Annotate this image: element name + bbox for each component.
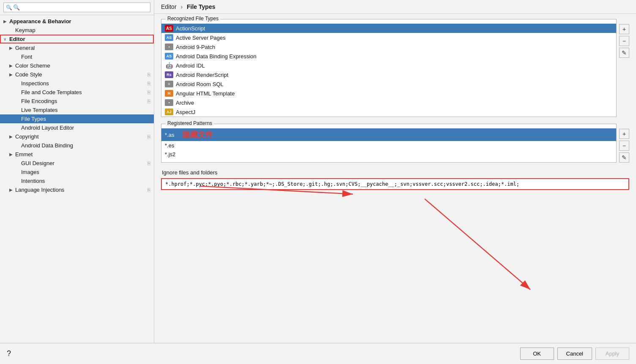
file-type-icon: ▪ [165, 43, 173, 50]
file-type-label: Android IDL [176, 62, 205, 69]
file-type-icon: ▪ [165, 99, 173, 106]
patterns-actions: + − ✎ [619, 124, 629, 163]
list-item[interactable]: AS Android Data Binding Expression [161, 52, 616, 61]
pattern-item[interactable]: *.es [161, 141, 616, 150]
expand-arrow: ▶ [9, 63, 15, 68]
copy-icon: ⎘ [147, 160, 150, 166]
breadcrumb-current: File Types [187, 3, 215, 10]
sidebar-item-inspections[interactable]: Inspections ⎘ [0, 79, 154, 88]
list-item[interactable]: ▪ Android 9-Patch [161, 42, 616, 52]
pattern-label: *.es [165, 142, 174, 149]
registered-row: Registered Patterns *.as 隐藏文件 *.es [161, 124, 629, 163]
file-type-label: Active Server Pages [176, 35, 226, 41]
file-type-icon: AJ [165, 109, 173, 115]
ignore-label: Ignore files and folders [161, 169, 629, 176]
recognized-actions: + − ✎ [619, 19, 629, 117]
list-item[interactable]: AJ AspectJ [161, 107, 616, 117]
expand-arrow: ▶ [9, 72, 15, 77]
sidebar-tree: ▶ Appearance & Behavior Keymap ∨ Editor … [0, 15, 154, 343]
sidebar-item-label: Images [21, 169, 150, 175]
pattern-label: *.as [165, 132, 174, 138]
dialog-footer: ? OK Cancel Apply [0, 343, 636, 364]
file-type-icon: AS [165, 34, 173, 41]
sidebar-item-label: File Types [21, 116, 150, 122]
ok-button[interactable]: OK [520, 348, 554, 360]
add-file-type-button[interactable]: + [619, 24, 629, 34]
main-content: Editor › File Types Recognized File Type… [154, 0, 636, 343]
file-type-icon: AS [165, 25, 173, 32]
sidebar-item-android-layout-editor[interactable]: Android Layout Editor [0, 123, 154, 132]
list-item[interactable]: AS Active Server Pages [161, 33, 616, 42]
file-type-label: ActionScript [176, 25, 205, 32]
sidebar-item-appearance[interactable]: ▶ Appearance & Behavior [0, 17, 154, 26]
file-type-label: Archive [176, 100, 194, 106]
sidebar-item-label: Emmet [15, 151, 150, 158]
file-type-icon: Rs [165, 71, 173, 78]
sidebar-item-copyright[interactable]: ▶ Copyright ⎘ [0, 132, 154, 141]
sidebar-item-label: Code Style [15, 71, 147, 78]
list-item[interactable]: ≡ Android Room SQL [161, 79, 616, 89]
patterns-list[interactable]: *.as 隐藏文件 *.es *.js2 [161, 128, 616, 159]
breadcrumb: Editor › File Types [154, 0, 636, 14]
sidebar-item-code-style[interactable]: ▶ Code Style ⎘ [0, 70, 154, 79]
list-item[interactable]: H Angular HTML Template [161, 89, 616, 98]
recognized-section-title: Recognized File Types [166, 16, 220, 22]
sidebar-item-general[interactable]: ▶ General [0, 43, 154, 52]
sidebar-item-gui-designer[interactable]: GUI Designer ⎘ [0, 159, 154, 168]
sidebar-item-label: Copyright [15, 133, 147, 140]
expand-arrow: ▶ [3, 19, 9, 24]
copy-icon: ⎘ [147, 90, 150, 95]
sidebar-item-label: File Encodings [21, 98, 147, 104]
file-type-icon: 🤖 [165, 62, 173, 69]
help-button[interactable]: ? [7, 349, 11, 358]
pattern-label: *.js2 [165, 151, 175, 158]
file-type-label: Android 9-Patch [176, 44, 215, 50]
add-pattern-button[interactable]: + [619, 129, 629, 139]
pattern-item[interactable]: *.as 隐藏文件 [161, 128, 616, 141]
file-type-icon: H [165, 90, 173, 97]
recognized-file-types-section: Recognized File Types AS ActionScript AS [161, 19, 617, 117]
list-item[interactable]: Rs Android RenderScript [161, 70, 616, 79]
registered-patterns-section: Registered Patterns *.as 隐藏文件 *.es [161, 124, 617, 163]
expand-arrow: ▶ [9, 134, 15, 139]
file-types-list[interactable]: AS ActionScript AS Active Server Pages ▪ [161, 24, 616, 117]
edit-pattern-button[interactable]: ✎ [619, 152, 629, 163]
recognized-section-wrapper: Recognized File Types AS ActionScript AS [161, 19, 629, 117]
sidebar-item-editor[interactable]: ∨ Editor [0, 35, 154, 43]
copy-icon: ⎘ [147, 98, 150, 104]
remove-file-type-button[interactable]: − [619, 36, 629, 46]
sidebar-item-intentions[interactable]: Intentions [0, 177, 154, 185]
search-bar: 🔍 [0, 0, 154, 15]
sidebar-item-file-encodings[interactable]: File Encodings ⎘ [0, 97, 154, 106]
sidebar-item-keymap[interactable]: Keymap [0, 26, 154, 35]
list-item[interactable]: AS ActionScript [161, 24, 616, 33]
sidebar-item-label: Live Templates [21, 107, 150, 113]
sidebar-item-file-and-code-templates[interactable]: File and Code Templates ⎘ [0, 88, 154, 97]
sidebar-item-font[interactable]: Font [0, 52, 154, 61]
sidebar-item-file-types[interactable]: File Types [0, 114, 154, 123]
sidebar-item-label: Inspections [21, 80, 147, 87]
file-type-label: Android Data Binding Expression [176, 53, 257, 60]
remove-pattern-button[interactable]: − [619, 141, 629, 151]
sidebar-item-live-templates[interactable]: Live Templates [0, 106, 154, 114]
list-item[interactable]: 🤖 Android IDL [161, 61, 616, 70]
file-type-label: Android RenderScript [176, 72, 228, 78]
list-item[interactable]: ▪ Archive [161, 98, 616, 107]
sidebar-item-images[interactable]: Images [0, 168, 154, 177]
sidebar-item-emmet[interactable]: ▶ Emmet [0, 150, 154, 159]
sidebar-item-color-scheme[interactable]: ▶ Color Scheme [0, 61, 154, 70]
search-icon: 🔍 [6, 5, 12, 11]
edit-file-type-button[interactable]: ✎ [619, 48, 629, 58]
ignore-input[interactable] [161, 178, 629, 190]
sidebar-item-language-injections[interactable]: ▶ Language Injections ⎘ [0, 185, 154, 194]
apply-button[interactable]: Apply [595, 348, 629, 360]
sidebar-item-android-data-binding[interactable]: Android Data Binding [0, 141, 154, 150]
expand-arrow: ▶ [9, 187, 15, 192]
sidebar-item-label: Color Scheme [15, 62, 150, 69]
settings-dialog: 🔍 ▶ Appearance & Behavior Keymap ∨ [0, 0, 636, 364]
file-type-label: AspectJ [176, 109, 195, 115]
cancel-button[interactable]: Cancel [557, 348, 592, 360]
recognized-row: Recognized File Types AS ActionScript AS [161, 19, 629, 117]
pattern-item[interactable]: *.js2 [161, 150, 616, 159]
search-input[interactable] [3, 3, 150, 12]
